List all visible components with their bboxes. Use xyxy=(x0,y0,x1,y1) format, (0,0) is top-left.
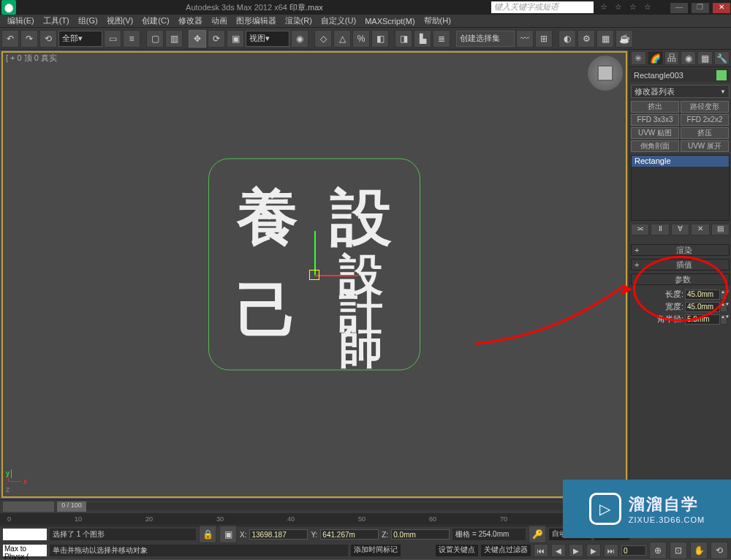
hierarchy-tab[interactable]: 品 xyxy=(664,51,680,65)
mod-pathdef[interactable]: 路径变形 xyxy=(681,101,729,113)
coord-x-input[interactable] xyxy=(249,529,308,540)
viewport-nav1[interactable]: ⊕ xyxy=(649,542,667,559)
spinner-snap-button[interactable]: ◧ xyxy=(371,30,389,48)
named-selection-dropdown[interactable]: 创建选择集 xyxy=(456,31,515,47)
mod-squeeze[interactable]: 挤压 xyxy=(681,127,729,139)
prev-frame-button[interactable]: ◀ xyxy=(551,544,566,557)
remove-mod-button[interactable]: ✕ xyxy=(691,224,709,235)
snap-button[interactable]: ◇ xyxy=(314,30,332,48)
rect-select-button[interactable]: ▢ xyxy=(146,30,164,48)
rollout-render[interactable]: 渲染 xyxy=(631,244,730,256)
mod-uvw[interactable]: UVW 贴图 xyxy=(631,127,679,139)
lock-button[interactable]: 🔒 xyxy=(199,526,216,543)
mod-ffd3[interactable]: FFD 3x3x3 xyxy=(631,114,679,126)
title-shortcut-icons[interactable]: ☆☆☆☆ xyxy=(596,2,655,12)
menu-custom[interactable]: 自定义(U) xyxy=(317,15,360,26)
viewport-nav3[interactable]: ✋ xyxy=(690,542,708,559)
select-button[interactable]: ▭ xyxy=(104,30,121,48)
scale-button[interactable]: ▣ xyxy=(227,30,244,48)
mirror-button[interactable]: ◨ xyxy=(395,30,412,48)
close-button: ✕ xyxy=(713,3,730,13)
show-end-button[interactable]: Ⅱ xyxy=(651,224,669,235)
world-axis-icon: y│└── xz xyxy=(6,469,27,493)
setkey-button[interactable]: 设置关键点 xyxy=(436,545,478,556)
ref-coord-dropdown[interactable]: 视图 ▾ xyxy=(246,31,289,47)
motion-tab[interactable]: ◉ xyxy=(681,51,696,65)
align-button[interactable]: ▙ xyxy=(414,30,431,48)
next-frame-button[interactable]: ▶ xyxy=(586,544,601,557)
render-frame-button[interactable]: ▦ xyxy=(596,30,614,48)
maxscript-listener[interactable] xyxy=(3,529,47,540)
menu-create[interactable]: 创建(C) xyxy=(137,15,173,26)
keyfilter-button[interactable]: 关键点过滤器 xyxy=(481,545,531,556)
config-button[interactable]: ▤ xyxy=(711,224,730,235)
selection-filter-dropdown[interactable]: 全部 ▾ xyxy=(58,31,102,47)
undo-button[interactable]: ↶ xyxy=(1,30,19,48)
mod-unwrap[interactable]: UVW 展开 xyxy=(681,140,729,152)
app-icon[interactable]: ⬤ xyxy=(1,0,16,15)
stack-rectangle[interactable]: Rectangle xyxy=(632,156,729,167)
object-name-field[interactable]: Rectangle003 xyxy=(631,69,730,82)
mod-extrude[interactable]: 挤出 xyxy=(631,101,679,113)
menu-help[interactable]: 帮助(H) xyxy=(420,15,455,26)
viewport-nav4[interactable]: ⟲ xyxy=(711,542,728,559)
maxscript-mini[interactable]: Max to Physx ( xyxy=(3,545,47,556)
create-tab[interactable]: ✳ xyxy=(631,51,646,65)
viewport-top[interactable]: [ + 0 顶 0 真实 養 設 己 設計師 y│└── xz xyxy=(0,50,629,499)
corner-spinner[interactable]: ▲▼ xyxy=(720,314,727,325)
viewport-label[interactable]: [ + 0 顶 0 真实 xyxy=(6,53,57,64)
time-slider-handle[interactable] xyxy=(3,502,54,512)
menu-graph[interactable]: 图形编辑器 xyxy=(232,15,281,26)
menu-edit[interactable]: 编辑(E) xyxy=(3,15,39,26)
key-button[interactable]: 🔑 xyxy=(529,526,546,543)
move-button[interactable]: ✥ xyxy=(189,30,206,48)
goto-end-button[interactable]: ⏭ xyxy=(604,544,618,557)
window-controls[interactable]: — ❐ ✕ xyxy=(670,2,731,13)
menu-maxscript[interactable]: MAXScript(M) xyxy=(360,17,419,26)
curve-editor-button[interactable]: 〰 xyxy=(516,30,534,48)
goto-start-button[interactable]: ⏮ xyxy=(534,544,548,557)
mod-bevel[interactable]: 倒角剖面 xyxy=(631,140,679,152)
pivot-button[interactable]: ◉ xyxy=(291,30,308,48)
display-tab[interactable]: ▦ xyxy=(697,51,713,65)
mod-ffd2[interactable]: FFD 2x2x2 xyxy=(681,114,729,126)
menu-render[interactable]: 渲染(R) xyxy=(281,15,317,26)
play-button[interactable]: ▶ xyxy=(569,544,583,557)
snap-pct-button[interactable]: % xyxy=(352,30,370,48)
window-crossing-button[interactable]: ▥ xyxy=(165,30,183,48)
modify-tab[interactable]: 🌈 xyxy=(648,51,663,65)
menu-anim[interactable]: 动画 xyxy=(207,15,232,26)
unique-button[interactable]: ∀ xyxy=(671,224,689,235)
menu-view[interactable]: 视图(V) xyxy=(102,15,138,26)
modifier-list-dropdown[interactable]: 修改器列表 xyxy=(631,85,730,98)
render-setup-button[interactable]: ⚙ xyxy=(577,30,595,48)
select-name-button[interactable]: ≡ xyxy=(123,30,140,48)
pin-stack-button[interactable]: ⫘ xyxy=(631,224,649,235)
material-editor-button[interactable]: ◐ xyxy=(558,30,576,48)
render-button[interactable]: ☕ xyxy=(616,30,633,48)
link-button[interactable]: ⟲ xyxy=(39,30,57,48)
schematic-button[interactable]: ⊞ xyxy=(535,30,553,48)
watermark-url: ZIXUE.3D66.COM xyxy=(629,515,705,524)
menu-modifier[interactable]: 修改器 xyxy=(174,15,207,26)
layers-button[interactable]: ≣ xyxy=(433,30,450,48)
modifier-stack[interactable]: Rectangle xyxy=(631,155,730,221)
snap-angle-button[interactable]: △ xyxy=(333,30,351,48)
icon-4: ☆ xyxy=(642,2,654,12)
viewport-nav2[interactable]: ⊡ xyxy=(670,542,687,559)
help-search-input[interactable]: 键入关键字或短语 xyxy=(491,1,594,13)
title-bar: ⬤ Autodesk 3ds Max 2012 x64 印章.max 键入关键字… xyxy=(0,0,731,15)
time-tag-button[interactable]: 添加时间标记 xyxy=(351,545,401,556)
redo-button[interactable]: ↷ xyxy=(20,30,38,48)
menu-group[interactable]: 组(G) xyxy=(74,15,102,26)
coord-y-input[interactable] xyxy=(320,529,379,540)
view-cube[interactable] xyxy=(588,56,623,91)
abs-rel-button[interactable]: ▣ xyxy=(219,526,237,543)
menu-bar[interactable]: 编辑(E) 工具(T) 组(G) 视图(V) 创建(C) 修改器 动画 图形编辑… xyxy=(0,15,731,28)
menu-tools[interactable]: 工具(T) xyxy=(39,15,74,26)
object-color-swatch[interactable] xyxy=(716,70,727,80)
utilities-tab[interactable]: 🔧 xyxy=(714,51,730,65)
coord-z-input[interactable] xyxy=(391,529,450,540)
current-frame-input[interactable] xyxy=(621,545,646,556)
rotate-button[interactable]: ⟳ xyxy=(208,30,225,48)
